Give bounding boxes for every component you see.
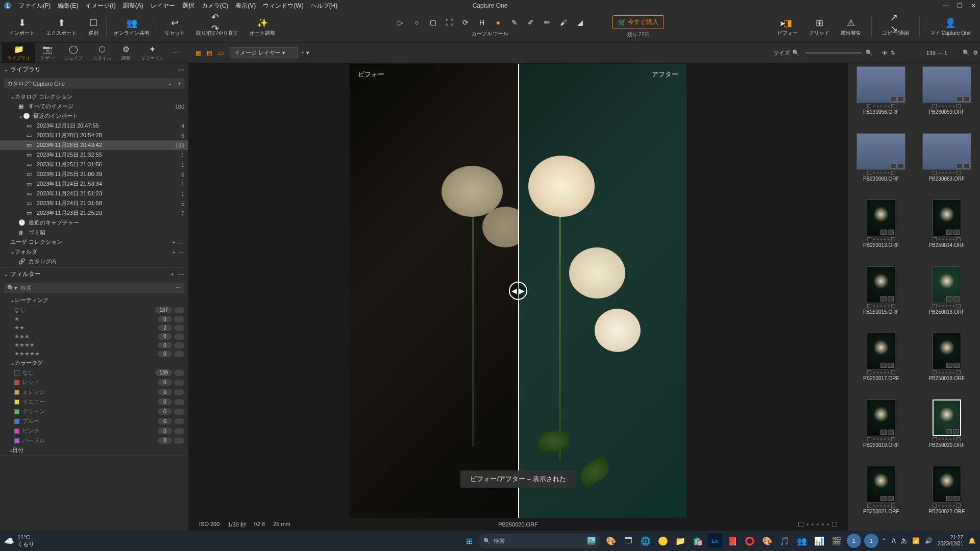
all-images-item[interactable]: ▦すべてのイメージ180 <box>0 102 188 111</box>
browser-search-icon[interactable]: 🔍 <box>963 49 970 56</box>
menu-select[interactable]: 選択 <box>182 2 194 10</box>
color-filter-3[interactable]: イエロー0 <box>0 397 188 407</box>
rating-filter-2[interactable]: ★★2 <box>0 323 188 332</box>
add-icon[interactable]: + <box>172 239 175 245</box>
thumb-variant[interactable] <box>957 304 961 308</box>
color-filter-7[interactable]: パープル0 <box>0 436 188 445</box>
tool-hand[interactable]: ○ <box>410 17 423 28</box>
thumb-variant[interactable] <box>891 104 895 108</box>
thumbnail-1[interactable]: PB230059.ORF <box>917 66 977 128</box>
import-session-7[interactable]: ▭2023年11月24日 21:51:231 <box>0 189 188 198</box>
thumb-image[interactable] <box>867 199 895 236</box>
colortag-header[interactable]: ⌄カラータグ <box>0 358 188 368</box>
zoom-out-icon[interactable]: 🔍 <box>792 49 799 56</box>
tooltab-5[interactable]: ✦リファイン <box>136 43 169 63</box>
tool-rotate[interactable]: ⟳ <box>459 17 472 28</box>
thumb-colortag[interactable] <box>867 237 871 241</box>
thumbnail-0[interactable]: PB230058.ORF <box>851 66 912 128</box>
import-session-1[interactable]: ▭2023年11月28日 20:54:289 <box>0 131 188 140</box>
taskbar-weather[interactable]: ☁️ 11°Cくもり <box>4 534 34 548</box>
menu-edit[interactable]: 編集(E) <box>58 2 78 10</box>
menu-layer[interactable]: レイヤー <box>151 2 175 10</box>
browser-visibility-icon[interactable]: 👁 <box>882 50 888 56</box>
thumbnail-6[interactable]: PB250015.ORF <box>851 266 912 328</box>
filter-toggle[interactable] <box>174 409 184 415</box>
import-button[interactable]: ⬇インポート <box>5 16 39 38</box>
browser-sort-icon[interactable]: ⇅ <box>891 49 895 56</box>
rating-header[interactable]: ⌄レーティング <box>0 295 188 305</box>
task-explorer[interactable]: 🗔 <box>621 534 635 548</box>
view-mode-grid-icon[interactable]: ▦ <box>193 49 203 57</box>
import-session-6[interactable]: ▭2023年11月24日 21:53:341 <box>0 179 188 189</box>
library-header[interactable]: ⌄ ライブラリ ⋯ <box>0 63 188 76</box>
color-filter-6[interactable]: ピンク0 <box>0 426 188 436</box>
import-session-4[interactable]: ▭2023年11月25日 21:31:561 <box>0 160 188 169</box>
share-button[interactable]: 👥オンライン共有 <box>110 16 154 38</box>
star-3[interactable] <box>817 523 819 525</box>
filter-toggle[interactable] <box>174 334 184 340</box>
star-4[interactable] <box>822 523 824 525</box>
thumb-image[interactable] <box>933 266 961 303</box>
close-icon[interactable]: ✕ <box>971 2 976 9</box>
task-files[interactable]: 📁 <box>673 534 688 548</box>
undo-button[interactable]: ↶ ↷取り消す/やり直す <box>192 16 242 38</box>
thumb-image[interactable] <box>867 399 895 436</box>
tool-pointer[interactable]: ▷ <box>394 17 406 28</box>
filter-toggle[interactable] <box>174 325 184 331</box>
star-2[interactable] <box>812 523 814 525</box>
rating-filter-4[interactable]: ★★★★0 <box>0 341 188 349</box>
filter-toggle[interactable] <box>174 438 184 444</box>
tool-erase[interactable]: ✏ <box>541 17 553 28</box>
thumb-colortag[interactable] <box>933 437 937 441</box>
menu-window[interactable]: ウィンドウ(W) <box>263 2 303 10</box>
zoom-in-icon[interactable]: 🔍 <box>866 49 873 56</box>
catalog-collections-header[interactable]: ⌄カタログ コレクション <box>0 92 188 102</box>
filter-toggle[interactable] <box>174 351 184 357</box>
tooltab-3[interactable]: ⬡スタイル <box>88 43 116 63</box>
tool-brush-b[interactable]: ✐ <box>525 17 537 28</box>
in-catalog-item[interactable]: 🔗カタログ内 <box>0 257 188 266</box>
thumb-colortag[interactable] <box>867 437 871 441</box>
thumb-image[interactable] <box>933 199 961 236</box>
thumb-variant[interactable] <box>957 504 961 508</box>
folders-header[interactable]: ⌄フォルダ+ — <box>0 247 188 257</box>
thumbnail-7[interactable]: PB250016.ORF <box>917 266 977 328</box>
thumb-variant[interactable] <box>891 504 895 508</box>
recent-imports-header[interactable]: ⌄🕐最近のインポート <box>0 111 188 121</box>
thumb-colortag[interactable] <box>867 370 871 374</box>
filter-toggle[interactable] <box>174 399 184 405</box>
thumb-image[interactable] <box>922 66 971 103</box>
panel-menu-icon[interactable]: ⋯ <box>178 271 184 278</box>
tooltab-4[interactable]: ⚙調整 <box>116 43 136 63</box>
maximize-icon[interactable]: ❐ <box>957 2 963 9</box>
thumb-colortag[interactable] <box>933 237 937 241</box>
date-header[interactable]: ›日付 <box>0 445 188 455</box>
thumbnail-8[interactable]: PB250017.ORF <box>851 333 912 394</box>
import-session-2[interactable]: ▭2023年11月26日 20:43:42139 <box>0 140 188 150</box>
import-session-0[interactable]: ▭2023年12月1日 20:47:554 <box>0 121 188 131</box>
filter-toggle[interactable] <box>174 428 184 434</box>
export-button[interactable]: ⬆エクスポート <box>42 16 81 38</box>
task-edge[interactable]: 🌐 <box>639 534 653 548</box>
thumb-colortag[interactable] <box>867 171 871 175</box>
import-session-3[interactable]: ▭2023年11月25日 21:32:551 <box>0 150 188 160</box>
trash-item[interactable]: 🗑ゴミ箱 <box>0 228 188 237</box>
menu-view[interactable]: 表示(V) <box>235 2 256 10</box>
tool-loupe[interactable]: ▢ <box>427 17 439 28</box>
remove-icon[interactable]: — <box>179 239 184 245</box>
task-app3[interactable]: 🎨 <box>760 534 774 548</box>
task-copilot[interactable]: 🎨 <box>604 534 618 548</box>
filter-toggle[interactable] <box>174 307 184 313</box>
task-itunes[interactable]: 🎵 <box>777 534 792 548</box>
view-mode-filmstrip-icon[interactable]: ▤ <box>204 49 214 57</box>
filter-toggle[interactable] <box>174 342 184 348</box>
thumb-variant[interactable] <box>957 104 961 108</box>
thumbnail-12[interactable]: PB250021.ORF <box>851 466 912 528</box>
tool-gradient[interactable]: ◢ <box>574 17 586 28</box>
browser-filter-icon[interactable]: ⚙ <box>973 49 978 56</box>
rating-filter-1[interactable]: ★0 <box>0 315 188 323</box>
tool-brush-a[interactable]: ✎ <box>508 17 521 28</box>
thumb-variant[interactable] <box>891 171 895 175</box>
add-catalog-icon[interactable]: + <box>178 81 181 87</box>
remove-icon[interactable]: — <box>179 249 184 255</box>
